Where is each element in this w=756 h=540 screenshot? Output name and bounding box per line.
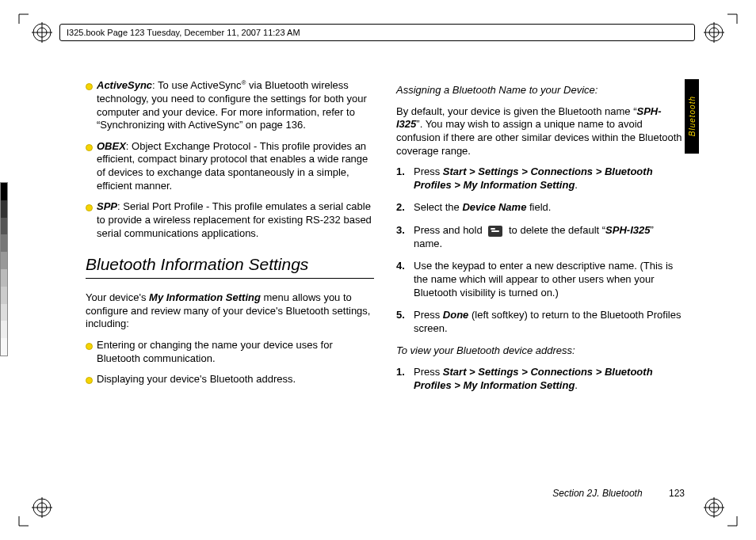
page-footer: Section 2J. Bluetooth 123 (86, 488, 685, 499)
list-item: Use the keypad to enter a new descriptiv… (396, 260, 685, 299)
list-item: Displaying your device's Bluetooth addre… (86, 373, 374, 386)
text: to delete the default “ (506, 224, 605, 236)
paragraph: By default, your device is given the Blu… (396, 105, 685, 158)
text: By default, your device is given the Blu… (396, 105, 637, 117)
crop-mark-icon (727, 516, 745, 534)
backspace-key-icon (488, 226, 502, 237)
menu-name: My Information Setting (149, 291, 261, 303)
text: : To use ActiveSync (152, 79, 242, 91)
list-item: Press and hold to delete the default “SP… (396, 224, 685, 250)
softkey-name: Done (443, 309, 469, 321)
text: Press (414, 309, 443, 321)
registration-mark-icon (32, 497, 52, 518)
term: ActiveSync (97, 79, 152, 91)
framemaker-header: I325.book Page 123 Tuesday, December 11,… (59, 24, 695, 41)
list-item: Entering or changing the name your devic… (86, 339, 374, 365)
device-name: SPH-I325 (605, 224, 650, 236)
list-item: Press Start > Settings > Connections > B… (396, 366, 685, 392)
color-bar-icon (0, 182, 8, 356)
feature-bullet-list: Entering or changing the name your devic… (86, 339, 374, 386)
crop-mark-icon (11, 6, 29, 24)
registration-mark-icon (704, 497, 724, 518)
crop-mark-icon (727, 6, 745, 24)
text: Your device's (86, 291, 149, 303)
steps-list: Press Start > Settings > Connections > B… (396, 165, 685, 335)
text: Press and hold (414, 224, 485, 236)
left-column: ActiveSync: To use ActiveSync® via Bluet… (86, 79, 374, 491)
text: . (575, 379, 578, 391)
header-text: I325.book Page 123 Tuesday, December 11,… (67, 28, 300, 37)
term: SPP (97, 200, 117, 212)
text: field. (526, 201, 551, 213)
list-item: SPP: Serial Port Profile - This profile … (86, 200, 374, 240)
subheading: To view your Bluetooth device address: (396, 344, 685, 358)
registration-mark-icon (32, 22, 52, 43)
text: Displaying your device's Bluetooth addre… (97, 373, 296, 385)
list-item: Select the Device Name field. (396, 201, 685, 215)
nav-path: Start > Settings > Connections > Bluetoo… (414, 366, 653, 391)
text: Press (414, 366, 443, 378)
chapter-tab: Bluetooth (685, 79, 699, 154)
text: Select the (414, 201, 462, 213)
field-name: Device Name (462, 201, 526, 213)
list-item: Press Done (left softkey) to return to t… (396, 309, 685, 335)
text: Press (414, 165, 443, 177)
page-number: 123 (669, 488, 685, 499)
text: : Serial Port Profile - This profile emu… (97, 200, 372, 238)
right-column: Assigning a Bluetooth Name to your Devic… (396, 79, 685, 491)
text: Entering or changing the name your devic… (97, 339, 333, 364)
body-columns: ActiveSync: To use ActiveSync® via Bluet… (86, 79, 685, 491)
profile-bullet-list: ActiveSync: To use ActiveSync® via Bluet… (86, 79, 374, 240)
list-item: ActiveSync: To use ActiveSync® via Bluet… (86, 79, 374, 132)
nav-path: Start > Settings > Connections > Bluetoo… (414, 165, 653, 191)
text: : Object Exchange Protocol - This profil… (97, 140, 368, 192)
term: OBEX (97, 140, 126, 152)
subheading: Assigning a Bluetooth Name to your Devic… (396, 84, 685, 97)
crop-mark-icon (11, 516, 29, 534)
text: ”. You may wish to assign a unique name … (396, 118, 682, 156)
footer-section: Section 2J. Bluetooth (552, 488, 642, 499)
text: . (575, 179, 578, 191)
list-item: Press Start > Settings > Connections > B… (396, 165, 685, 192)
intro-paragraph: Your device's My Information Setting men… (86, 291, 374, 331)
section-heading: Bluetooth Information Settings (86, 254, 374, 279)
list-item: OBEX: Object Exchange Protocol - This pr… (86, 140, 374, 193)
steps-list: Press Start > Settings > Connections > B… (396, 366, 685, 392)
text: Use the keypad to enter a new descriptiv… (414, 260, 673, 298)
registration-mark-icon (704, 22, 724, 43)
page-root: I325.book Page 123 Tuesday, December 11,… (0, 0, 756, 540)
chapter-tab-label: Bluetooth (688, 96, 697, 136)
